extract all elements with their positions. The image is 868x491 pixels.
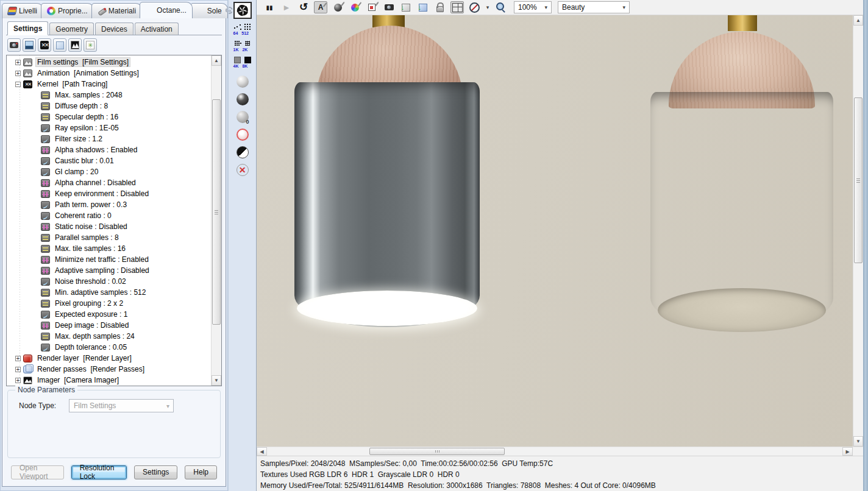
viewport-vertical-scrollbar[interactable]: ▲ ▼ [853,15,863,447]
emission-material-button[interactable] [237,129,249,141]
tree-expand-toggle[interactable] [15,71,21,76]
tree-scrollbar[interactable]: ▲ ▼ [211,55,221,386]
scroll-up-arrow[interactable]: ▲ [853,15,863,26]
samples-64-button[interactable] [233,23,241,30]
tree-row[interactable]: Adaptive sampling : Disabled [7,265,211,276]
tab-materiali[interactable]: Materiali [91,3,142,18]
glossy-material-button[interactable] [237,93,249,105]
open-viewport-button[interactable]: Open Viewport [11,465,64,479]
camera-settings-button[interactable] [7,38,21,52]
tree-row[interactable]: Render layer [Render Layer] [7,353,211,364]
kernel-settings-button[interactable] [38,38,51,52]
imager-settings-button[interactable] [68,38,82,52]
focus-picker-button[interactable] [314,1,327,13]
geometry-settings-button[interactable] [53,38,66,52]
tree-row[interactable]: Max. tile samples : 16 [7,243,211,254]
tree-row[interactable]: Caustic blur : 0.01 [7,155,211,166]
samples-8k-button[interactable] [244,56,252,63]
tree-row[interactable]: Noise threshold : 0.02 [7,276,211,287]
vertical-scrollbar-track[interactable] [853,26,863,436]
specular-material-button[interactable] [237,111,249,123]
tree-expand-toggle[interactable] [15,356,21,361]
scroll-left-arrow[interactable]: ◀ [257,447,267,456]
tree-scrollbar-thumb[interactable] [212,99,221,325]
samples-1k-button[interactable] [233,40,241,47]
node-type-dropdown[interactable]: Film Settings [69,399,174,412]
tree-row[interactable]: Alpha channel : Disabled [7,177,211,188]
tree-expand-toggle[interactable] [15,378,21,383]
render-region-button[interactable] [365,1,379,13]
vertical-scrollbar-thumb[interactable] [854,97,863,263]
scroll-right-arrow[interactable]: ▶ [842,447,853,456]
render-pass-dropdown[interactable]: Beauty ▾ [558,1,630,13]
tab-proprieta[interactable]: Proprie... [41,3,94,18]
tree-row[interactable]: Expected exposure : 1 [7,309,211,320]
tree-row[interactable]: Animation [Animation Settings] [7,68,211,79]
tree-row[interactable]: Pixel grouping : 2 x 2 [7,298,211,309]
tab-activation[interactable]: Activation [135,23,179,35]
navigation-dropdown-arrow[interactable] [485,1,491,13]
tree-row[interactable]: Kernel [Path Tracing] [7,79,211,90]
viewport-horizontal-scrollbar[interactable]: ◀ ▶ [257,447,863,456]
tree-row[interactable]: Render passes [Render Passes] [7,364,211,375]
tab-geometry[interactable]: Geometry [49,23,94,35]
tree-row[interactable]: Max. samples : 2048 [7,90,211,101]
tree-row[interactable]: Min. adaptive samples : 512 [7,287,211,298]
sun-settings-button[interactable] [84,38,97,52]
tree-row[interactable]: Keep environment : Disabled [7,188,211,199]
tab-devices[interactable]: Devices [95,23,133,35]
tab-livelli[interactable]: Livelli [2,3,43,18]
tree-row[interactable]: Film settings [Film Settings] [7,57,211,68]
samples-4k-button[interactable] [233,56,241,63]
octane-dialog-button[interactable] [233,2,252,19]
settings-button[interactable]: Settings [134,465,177,479]
restart-render-button[interactable] [297,1,310,13]
tree-row[interactable]: GI clamp : 20 [7,166,211,177]
save-render-passes-button[interactable] [416,1,430,13]
camera-picker-button[interactable] [382,1,396,13]
tree-row[interactable]: Deep image : Disabled [7,320,211,331]
horizontal-scrollbar-thumb[interactable] [369,448,505,455]
tab-sole[interactable]: Sole [190,3,228,18]
tree-row[interactable]: Alpha shadows : Enabled [7,144,211,155]
tree-expand-toggle[interactable] [15,60,21,65]
scroll-down-arrow[interactable]: ▼ [212,375,221,386]
pause-render-button[interactable] [263,1,276,13]
scroll-down-arrow[interactable]: ▼ [853,436,863,447]
tree-row[interactable]: Max. depth samples : 24 [7,331,211,342]
play-render-button[interactable] [280,1,293,13]
scroll-up-arrow[interactable]: ▲ [212,55,221,66]
tree-row[interactable]: Minimize net traffic : Enabled [7,254,211,265]
clear-material-button[interactable] [237,164,249,176]
diffuse-material-button[interactable] [237,76,249,88]
zoom-tool-button[interactable] [494,1,508,13]
tree-row[interactable]: Path term. power : 0.3 [7,199,211,210]
environment-settings-button[interactable] [23,38,36,52]
resolution-lock-button[interactable]: Resolution Lock [71,465,127,479]
navigation-mode-button[interactable] [468,1,481,13]
tree-expand-toggle[interactable] [15,367,21,372]
horizontal-scrollbar-track[interactable] [267,447,842,456]
tree-row[interactable]: Depth tolerance : 0.05 [7,342,211,353]
tree-scrollbar-track[interactable] [212,66,221,375]
save-image-button[interactable] [399,1,413,13]
material-picker-button[interactable] [331,1,344,13]
help-button[interactable]: Help [185,465,217,479]
tree-row[interactable]: Imager [Camera Imager] [7,375,211,386]
tree-row[interactable]: Specular depth : 16 [7,111,211,122]
zoom-level-dropdown[interactable]: 100% ▾ [514,1,552,13]
tab-octane[interactable]: Octane... [140,2,193,18]
tab-settings[interactable]: Settings [7,21,48,35]
mix-material-button[interactable] [237,146,249,158]
lock-resolution-button[interactable] [433,1,447,13]
white-balance-picker-button[interactable] [348,1,361,13]
samples-512-button[interactable] [244,23,252,30]
quad-view-button[interactable] [450,1,464,13]
tree-row[interactable]: Ray epsilon : 1E-05 [7,122,211,133]
tree-row[interactable]: Diffuse depth : 8 [7,101,211,111]
samples-2k-button[interactable] [244,40,252,47]
tree-row[interactable]: Filter size : 1.2 [7,133,211,144]
tree-row[interactable]: Coherent ratio : 0 [7,210,211,221]
render-canvas[interactable] [257,15,853,447]
tree-row[interactable]: Parallel samples : 8 [7,232,211,243]
